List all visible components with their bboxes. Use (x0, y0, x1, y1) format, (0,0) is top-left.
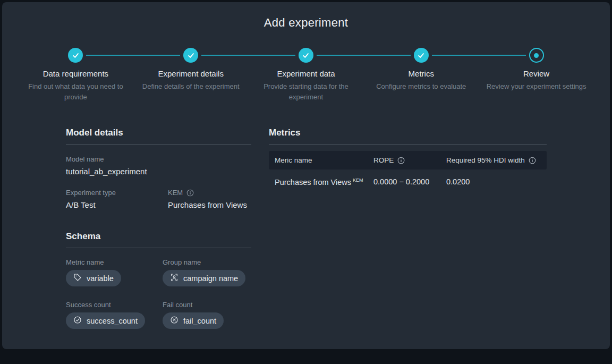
fail-count-chip: fail_count (163, 312, 224, 329)
schema-field-metric-name: Metric name variable (66, 258, 163, 286)
column-rope: ROPE (373, 156, 446, 164)
tag-icon (73, 273, 82, 283)
kem-block: KEM Purchases from Views (168, 189, 251, 209)
info-icon[interactable] (397, 157, 405, 164)
group-name-chip: campaign name (163, 270, 245, 286)
step-description: Review your experiment settings (483, 81, 590, 92)
step-description: Configure metrics to evaluate (368, 81, 474, 92)
info-icon[interactable] (186, 189, 194, 197)
column-label: Meric name (275, 156, 312, 164)
metrics-column: Metrics Meric name ROPE Required 95% HDI… (269, 128, 547, 329)
step-data-requirements[interactable]: Data requirements Find out what data you… (18, 48, 133, 103)
chip-label: variable (87, 274, 114, 283)
x-circle-icon (170, 316, 178, 326)
column-hdi-width: Required 95% HDI width (446, 156, 541, 164)
step-label: Metrics (363, 69, 479, 78)
group-focus-icon (170, 273, 178, 283)
info-icon[interactable] (529, 157, 536, 164)
step-label: Review (479, 69, 594, 78)
step-experiment-data[interactable]: Experiment data Provide starting data fo… (249, 48, 364, 103)
model-name-label: Model name (66, 155, 251, 163)
metric-name-cell: Purchases from ViewsKEM (275, 177, 373, 187)
column-label: ROPE (373, 156, 394, 164)
model-name-block: Model name tutorial_ab_experiment (66, 155, 251, 176)
metric-name-chip: variable (66, 270, 121, 286)
chip-label: success_count (87, 317, 138, 325)
model-details-heading: Model details (66, 128, 251, 145)
column-label: Required 95% HDI width (446, 156, 525, 164)
schema-field-success-count: Success count success_count (66, 301, 163, 329)
metric-name: Purchases from Views (275, 178, 351, 187)
step-current-icon (529, 48, 544, 63)
model-details-column: Model details Model name tutorial_ab_exp… (66, 128, 251, 329)
wizard-stepper: Data requirements Find out what data you… (2, 48, 610, 103)
step-description: Provide starting data for the experiment (253, 81, 359, 103)
kem-label: KEM (168, 189, 183, 197)
step-complete-check-icon (414, 48, 429, 63)
step-metrics[interactable]: Metrics Configure metrics to evaluate (363, 48, 479, 103)
step-complete-check-icon (183, 48, 198, 63)
page-title: Add experiment (2, 2, 610, 30)
metrics-table-row: Purchases from ViewsKEM 0.0000 − 0.2000 … (269, 170, 547, 194)
review-content: Model details Model name tutorial_ab_exp… (2, 103, 610, 329)
step-description: Define details of the experiment (138, 81, 244, 92)
rope-cell: 0.0000 − 0.2000 (373, 177, 446, 186)
metrics-table-header: Meric name ROPE Required 95% HDI width (269, 151, 547, 170)
add-experiment-dialog: Add experiment Data requirements Find ou… (2, 2, 610, 349)
experiment-type-row: Experiment type A/B Test KEM Purchases f… (66, 189, 251, 209)
schema-section: Schema Metric name variable Group name (66, 231, 251, 329)
schema-field-label: Metric name (66, 258, 163, 266)
schema-field-group-name: Group name campaign name (163, 258, 251, 286)
experiment-type-block: Experiment type A/B Test (66, 189, 168, 209)
success-count-chip: success_count (66, 312, 145, 329)
step-label: Experiment details (133, 69, 249, 78)
step-experiment-details[interactable]: Experiment details Define details of the… (133, 48, 249, 103)
schema-grid: Metric name variable Group name (66, 258, 251, 329)
step-complete-check-icon (68, 48, 83, 63)
schema-field-label: Group name (163, 258, 251, 266)
check-circle-icon (73, 316, 82, 326)
schema-field-label: Success count (66, 301, 163, 309)
schema-field-fail-count: Fail count fail_count (163, 301, 251, 329)
step-description: Find out what data you need to provide (22, 81, 129, 103)
experiment-type-label: Experiment type (66, 189, 168, 197)
step-label: Experiment data (249, 69, 364, 78)
current-step-dot (534, 53, 539, 58)
experiment-type-value: A/B Test (66, 200, 168, 209)
kem-superscript: KEM (353, 177, 363, 183)
metrics-heading: Metrics (269, 128, 547, 145)
chip-label: campaign name (183, 274, 238, 283)
chip-label: fail_count (183, 317, 216, 325)
hdi-cell: 0.0200 (446, 177, 541, 186)
step-complete-check-icon (299, 48, 313, 63)
kem-value: Purchases from Views (168, 200, 251, 209)
column-metric-name: Meric name (275, 156, 373, 164)
step-review[interactable]: Review Review your experiment settings (479, 48, 594, 103)
step-label: Data requirements (18, 69, 133, 78)
schema-heading: Schema (66, 231, 251, 248)
schema-field-label: Fail count (163, 301, 251, 309)
model-name-value: tutorial_ab_experiment (66, 167, 251, 176)
